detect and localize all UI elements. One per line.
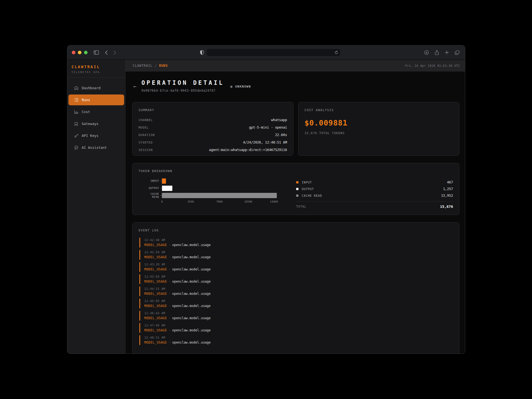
summary-rows: CHANNELwhatsappMODELgpt-5-mini · openaiD… [139, 118, 287, 155]
address-bar[interactable] [207, 49, 340, 56]
event-detail-line: MODEL_USAGE·openclaw.model.usage [144, 267, 453, 271]
event-detail-line: MODEL_USAGE·openclaw.model.usage [144, 280, 453, 283]
event-timestamp: 12:44:15 AM [144, 287, 453, 290]
event-detail-line: MODEL_USAGE·openclaw.model.usage [144, 341, 453, 344]
list-icon [74, 98, 78, 102]
status-dot-icon [230, 86, 232, 88]
event-type: MODEL_USAGE [144, 328, 167, 332]
x-axis-tick-label: 10500 [244, 200, 252, 203]
event-log-entry: 12:48:51 AMMODEL_USAGE·openclaw.model.us… [139, 335, 453, 345]
bar-output [162, 186, 172, 191]
sidebar-item-api-keys[interactable]: API Keys [68, 130, 124, 141]
privacy-shield-icon[interactable] [200, 50, 204, 55]
cost-title: COST ANALYSIS [305, 108, 453, 112]
legend-row: OUTPUT1,257 [296, 186, 453, 192]
home-icon [74, 86, 78, 90]
close-window-button[interactable] [72, 51, 75, 54]
sidebar-item-label: API Keys [82, 134, 98, 138]
event-timestamp: 12:42:48 AM [144, 238, 453, 242]
event-type: MODEL_USAGE [144, 316, 167, 320]
event-name: openclaw.model.usage [172, 267, 211, 271]
zoom-window-button[interactable] [84, 51, 88, 54]
summary-title: SUMMARY [139, 108, 287, 112]
traffic-lights [72, 51, 88, 54]
sidebar-item-gateways[interactable]: Gateways [68, 118, 124, 129]
legend-value: 467 [447, 180, 453, 184]
event-name: openclaw.model.usage [172, 280, 211, 283]
sidebar-item-ai-assistant[interactable]: AI Assistant [68, 142, 124, 153]
legend-row: CACHE READ13,952 [296, 192, 453, 199]
event-timestamp: 12:43:20 AM [144, 263, 453, 266]
x-axis: 0350070001050014000 [162, 200, 277, 204]
event-detail-line: MODEL_USAGE·openclaw.model.usage [144, 243, 453, 247]
x-axis-tick-label: 14000 [270, 200, 278, 203]
bar-track [162, 186, 277, 191]
breadcrumb: CLAWTRAIL/RUNS [133, 64, 168, 68]
summary-row: CHANNELwhatsapp [139, 118, 287, 126]
event-detail-line: MODEL_USAGE·openclaw.model.usage [144, 304, 453, 308]
event-log-entry: 12:44:15 AMMODEL_USAGE·openclaw.model.us… [139, 287, 453, 296]
legend-label: CACHE READ [302, 194, 322, 197]
legend-label: OUTPUT [302, 187, 314, 191]
brand-block: CLAWTRAIL TELEMETRY OPS [67, 60, 125, 78]
event-name: openclaw.model.usage [172, 341, 211, 344]
event-separator: · [169, 316, 171, 320]
browser-window: CLAWTRAIL TELEMETRY OPS DashboardRunsCos… [67, 45, 465, 354]
new-tab-icon[interactable] [445, 50, 449, 55]
summary-row-label: MODEL [139, 126, 149, 129]
back-button[interactable]: ← [133, 83, 136, 89]
bar-row: INPUT [139, 178, 277, 184]
event-detail-line: MODEL_USAGE·openclaw.model.usage [144, 255, 453, 259]
browser-toolbar [67, 45, 465, 60]
total-value: 15,676 [440, 204, 453, 209]
summary-row-value: whatsapp [271, 118, 287, 122]
sidebar-item-label: Gateways [82, 122, 98, 126]
x-axis-tick-label: 7000 [216, 200, 223, 203]
breadcrumb-root[interactable]: CLAWTRAIL [133, 64, 152, 68]
downloads-icon[interactable] [424, 50, 429, 55]
forward-nav-icon[interactable] [113, 50, 116, 55]
event-separator: · [169, 280, 171, 283]
event-detail-line: MODEL_USAGE·openclaw.model.usage [144, 292, 453, 296]
sidebar-toggle-icon[interactable] [94, 50, 99, 55]
breadcrumb-bar: CLAWTRAIL/RUNS Fri, 24 Apr 2026 01:01:38… [126, 60, 465, 72]
page-content: ← OPERATION DETAIL 0e9876b4-b7ce-4af6-90… [126, 72, 465, 354]
sidebar-item-cost[interactable]: Cost [68, 106, 124, 117]
event-type: MODEL_USAGE [144, 341, 167, 344]
bar-category-label: OUTPUT [139, 187, 159, 190]
operation-header: ← OPERATION DETAIL 0e9876b4-b7ce-4af6-90… [132, 80, 459, 93]
laptop-icon [74, 122, 78, 126]
legend-value: 1,257 [443, 187, 453, 191]
bar-track [162, 178, 277, 184]
token-bar-chart: INPUTOUTPUTCACHEREAD0350070001050014000 [139, 178, 277, 210]
reload-icon[interactable] [335, 51, 338, 54]
summary-row-label: SESSION [139, 148, 153, 152]
legend-total-row: TOTAL15,676 [296, 203, 453, 210]
share-icon[interactable] [435, 50, 439, 55]
sidebar-item-dashboard[interactable]: Dashboard [68, 83, 124, 93]
event-log-entry: 12:45:05 AMMODEL_USAGE·openclaw.model.us… [139, 299, 453, 308]
app-logo: CLAWTRAIL [71, 65, 121, 69]
event-separator: · [169, 292, 171, 296]
sidebar-item-label: AI Assistant [82, 145, 107, 150]
event-name: openclaw.model.usage [172, 255, 211, 259]
summary-row-label: DURATION [139, 133, 155, 137]
event-separator: · [169, 243, 171, 247]
tab-overview-icon[interactable] [455, 50, 459, 55]
legend-swatch-icon [296, 188, 298, 190]
event-log-entry: 12:46:43 AMMODEL_USAGE·openclaw.model.us… [139, 311, 453, 321]
token-legend: INPUT467OUTPUT1,257CACHE READ13,952TOTAL… [296, 178, 453, 210]
bar-input [162, 178, 166, 184]
x-axis-tick-label: 3500 [188, 200, 194, 203]
summary-row-value: agent:main:whatsapp:direct:+16467529116 [209, 148, 287, 152]
sidebar-item-runs[interactable]: Runs [68, 94, 124, 105]
operation-id: 0e9876b4-b7ce-4af6-9043-895de4a24fd7 [141, 89, 224, 93]
back-nav-icon[interactable] [105, 50, 108, 55]
event-detail-line: MODEL_USAGE·openclaw.model.usage [144, 328, 453, 332]
bar-row: OUTPUT [139, 186, 277, 191]
utc-clock: Fri, 24 Apr 2026 01:01:38 UTC [405, 64, 460, 67]
bar-chart-icon [74, 110, 78, 114]
token-breakdown-title: TOKEN BREAKDOWN [139, 169, 453, 173]
minimize-window-button[interactable] [78, 51, 81, 54]
event-detail-line: MODEL_USAGE·openclaw.model.usage [144, 316, 453, 320]
